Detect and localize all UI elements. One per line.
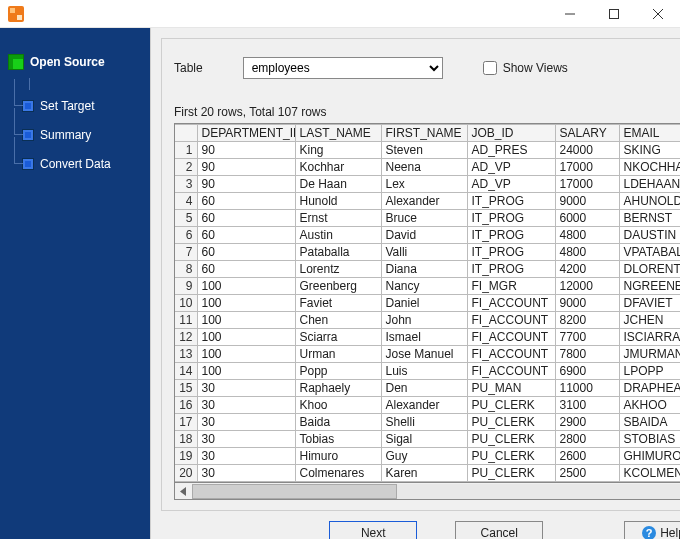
table-row[interactable]: 1530RaphaelyDenPU_MAN11000DRAPHEAL xyxy=(175,380,680,397)
cell[interactable]: Lex xyxy=(381,176,467,193)
scroll-track[interactable] xyxy=(192,484,680,499)
window-maximize-button[interactable] xyxy=(592,0,636,28)
cell[interactable]: SBAIDA xyxy=(619,414,680,431)
cell[interactable]: Nancy xyxy=(381,278,467,295)
cell[interactable]: Diana xyxy=(381,261,467,278)
cell[interactable]: Daniel xyxy=(381,295,467,312)
table-row[interactable]: 460HunoldAlexanderIT_PROG9000AHUNOLD xyxy=(175,193,680,210)
cell[interactable]: 2500 xyxy=(555,465,619,482)
cell[interactable]: Lorentz xyxy=(295,261,381,278)
step-summary[interactable]: Summary xyxy=(22,122,150,148)
table-row[interactable]: 560ErnstBruceIT_PROG6000BERNST xyxy=(175,210,680,227)
cell[interactable]: Chen xyxy=(295,312,381,329)
cell[interactable]: AD_VP xyxy=(467,159,555,176)
cell[interactable]: Valli xyxy=(381,244,467,261)
table-row[interactable]: 12100SciarraIsmaelFI_ACCOUNT7700ISCIARRA xyxy=(175,329,680,346)
cell[interactable]: 30 xyxy=(197,465,295,482)
cell[interactable]: David xyxy=(381,227,467,244)
table-row[interactable]: 2030ColmenaresKarenPU_CLERK2500KCOLMENA xyxy=(175,465,680,482)
cell[interactable]: 100 xyxy=(197,278,295,295)
step-open-source[interactable]: Open Source xyxy=(8,49,150,75)
cell[interactable]: VPATABAL xyxy=(619,244,680,261)
table-row[interactable]: 190KingStevenAD_PRES24000SKING xyxy=(175,142,680,159)
cell[interactable]: NKOCHHAR xyxy=(619,159,680,176)
cell[interactable]: 30 xyxy=(197,380,295,397)
data-grid[interactable]: DEPARTMENT_ID LAST_NAME FIRST_NAME JOB_I… xyxy=(174,123,680,483)
cell[interactable]: 30 xyxy=(197,414,295,431)
cell[interactable]: JCHEN xyxy=(619,312,680,329)
horizontal-scrollbar[interactable] xyxy=(174,483,680,500)
scroll-thumb[interactable] xyxy=(192,484,397,499)
cell[interactable]: DLORENTZ xyxy=(619,261,680,278)
cell[interactable]: DRAPHEAL xyxy=(619,380,680,397)
cell[interactable]: Khoo xyxy=(295,397,381,414)
cell[interactable]: Ismael xyxy=(381,329,467,346)
window-close-button[interactable] xyxy=(636,0,680,28)
cell[interactable]: AD_PRES xyxy=(467,142,555,159)
table-row[interactable]: 13100UrmanJose ManuelFI_ACCOUNT7800JMURM… xyxy=(175,346,680,363)
show-views-checkbox[interactable]: Show Views xyxy=(483,61,568,75)
cell[interactable]: 30 xyxy=(197,431,295,448)
cell[interactable]: Faviet xyxy=(295,295,381,312)
cell[interactable]: 9000 xyxy=(555,193,619,210)
cell[interactable]: BERNST xyxy=(619,210,680,227)
cell[interactable]: Himuro xyxy=(295,448,381,465)
cell[interactable]: IT_PROG xyxy=(467,244,555,261)
cell[interactable]: 7700 xyxy=(555,329,619,346)
cell[interactable]: 4800 xyxy=(555,244,619,261)
cell[interactable]: AHUNOLD xyxy=(619,193,680,210)
table-row[interactable]: 1830TobiasSigalPU_CLERK2800STOBIAS xyxy=(175,431,680,448)
cell[interactable]: 90 xyxy=(197,142,295,159)
table-row[interactable]: 11100ChenJohnFI_ACCOUNT8200JCHEN xyxy=(175,312,680,329)
cell[interactable]: 100 xyxy=(197,312,295,329)
cell[interactable]: PU_CLERK xyxy=(467,448,555,465)
cell[interactable]: 30 xyxy=(197,397,295,414)
cell[interactable]: 60 xyxy=(197,210,295,227)
cell[interactable]: PU_MAN xyxy=(467,380,555,397)
cell[interactable]: FI_ACCOUNT xyxy=(467,346,555,363)
cell[interactable]: 2900 xyxy=(555,414,619,431)
cell[interactable]: 4800 xyxy=(555,227,619,244)
cell[interactable]: SKING xyxy=(619,142,680,159)
next-button[interactable]: Next xyxy=(329,521,417,539)
cell[interactable]: 6900 xyxy=(555,363,619,380)
cell[interactable]: PU_CLERK xyxy=(467,431,555,448)
col-salary[interactable]: SALARY xyxy=(555,125,619,142)
table-row[interactable]: 9100GreenbergNancyFI_MGR12000NGREENBE xyxy=(175,278,680,295)
table-row[interactable]: 660AustinDavidIT_PROG4800DAUSTIN xyxy=(175,227,680,244)
cell[interactable]: FI_ACCOUNT xyxy=(467,312,555,329)
cell[interactable]: FI_MGR xyxy=(467,278,555,295)
cell[interactable]: Alexander xyxy=(381,397,467,414)
col-last-name[interactable]: LAST_NAME xyxy=(295,125,381,142)
cell[interactable]: 12000 xyxy=(555,278,619,295)
cell[interactable]: Shelli xyxy=(381,414,467,431)
cell[interactable]: Sciarra xyxy=(295,329,381,346)
step-set-target[interactable]: Set Target xyxy=(22,93,150,119)
cell[interactable]: IT_PROG xyxy=(467,261,555,278)
cell[interactable]: Pataballa xyxy=(295,244,381,261)
table-row[interactable]: 10100FavietDanielFI_ACCOUNT9000DFAVIET xyxy=(175,295,680,312)
cell[interactable]: Alexander xyxy=(381,193,467,210)
cell[interactable]: Sigal xyxy=(381,431,467,448)
cell[interactable]: AD_VP xyxy=(467,176,555,193)
cell[interactable]: 8200 xyxy=(555,312,619,329)
table-row[interactable]: 1730BaidaShelliPU_CLERK2900SBAIDA xyxy=(175,414,680,431)
cell[interactable]: 60 xyxy=(197,244,295,261)
table-row[interactable]: 1630KhooAlexanderPU_CLERK3100AKHOO xyxy=(175,397,680,414)
cell[interactable]: King xyxy=(295,142,381,159)
cell[interactable]: AKHOO xyxy=(619,397,680,414)
cell[interactable]: De Haan xyxy=(295,176,381,193)
cell[interactable]: JMURMAN xyxy=(619,346,680,363)
cell[interactable]: GHIMURO xyxy=(619,448,680,465)
cell[interactable]: 90 xyxy=(197,159,295,176)
cell[interactable]: LDEHAAN xyxy=(619,176,680,193)
cell[interactable]: PU_CLERK xyxy=(467,397,555,414)
cell[interactable]: Kochhar xyxy=(295,159,381,176)
cell[interactable]: FI_ACCOUNT xyxy=(467,295,555,312)
col-first-name[interactable]: FIRST_NAME xyxy=(381,125,467,142)
cell[interactable]: Austin xyxy=(295,227,381,244)
cell[interactable]: Jose Manuel xyxy=(381,346,467,363)
cell[interactable]: IT_PROG xyxy=(467,210,555,227)
cell[interactable]: Ernst xyxy=(295,210,381,227)
cell[interactable]: LPOPP xyxy=(619,363,680,380)
